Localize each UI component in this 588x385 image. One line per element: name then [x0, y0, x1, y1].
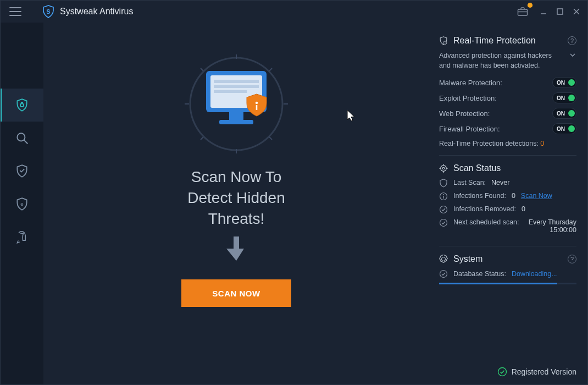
- check-circle-icon: [497, 367, 507, 377]
- section-system: System ? Database Status: Downloading...: [439, 254, 576, 292]
- next-scan-label: Next scheduled scan:: [453, 218, 519, 226]
- exploit-protection-toggle[interactable]: ON: [552, 92, 576, 103]
- scan-heading: Scan Now To Detect Hidden Threats!: [187, 167, 285, 229]
- firewall-protection-label: Firewall Protection:: [439, 125, 500, 133]
- check-circle-icon: [439, 205, 448, 214]
- hamburger-menu-button[interactable]: [1, 1, 30, 23]
- rtp-detections-label: Real-Time Protection detections:: [439, 140, 539, 147]
- maximize-button[interactable]: [552, 4, 568, 19]
- toggle-row-firewall: Firewall Protection: ON: [439, 123, 576, 134]
- status-panel: i Real-Time Protection ? Advanced protec…: [429, 23, 587, 384]
- scan-now-button[interactable]: SCAN NOW: [181, 279, 291, 307]
- rtp-help-button[interactable]: ?: [568, 36, 576, 45]
- shield-info-icon: i: [439, 36, 448, 45]
- footer-registered: Registered Version: [497, 367, 576, 377]
- window-controls: [515, 4, 584, 19]
- svg-point-18: [441, 166, 447, 172]
- registered-version-label: Registered Version: [512, 367, 576, 376]
- infections-removed-label: Infections Removed:: [453, 205, 516, 213]
- shield-small-icon: [439, 179, 448, 188]
- scan-prompt-panel: Scan Now To Detect Hidden Threats! SCAN …: [43, 23, 429, 384]
- db-status-value: Downloading...: [512, 270, 557, 278]
- last-scan-label: Last Scan:: [453, 179, 486, 186]
- toggle-row-malware: Malware Protection: ON: [439, 77, 576, 88]
- briefcase-alert-button[interactable]: [515, 4, 530, 19]
- shield-logo-icon: S: [42, 5, 54, 18]
- hamburger-icon: [9, 7, 21, 16]
- infections-removed-value: 0: [522, 205, 525, 213]
- sidebar-item-boost[interactable]: [1, 221, 43, 254]
- rtp-description: Advanced protection against hackers and …: [439, 51, 564, 70]
- toggle-row-web: Web Protection: ON: [439, 108, 576, 119]
- arrow-down-icon: [226, 235, 246, 264]
- next-scan-value: Every Thursday 15:00:00: [525, 218, 576, 234]
- infections-found-value: 0: [512, 192, 515, 200]
- web-protection-toggle[interactable]: ON: [552, 108, 576, 119]
- firewall-protection-toggle[interactable]: ON: [552, 123, 576, 134]
- scan-heading-line1: Scan Now To: [191, 168, 281, 185]
- app-title: Systweak Antivirus: [60, 7, 133, 16]
- system-title: System: [453, 254, 482, 264]
- shield-lock-icon: [15, 98, 29, 112]
- svg-point-21: [443, 194, 444, 195]
- rtp-detections-row: Real-Time Protection detections: 0: [439, 140, 576, 147]
- rocket-icon: [15, 230, 29, 244]
- section-realtime-protection: i Real-Time Protection ? Advanced protec…: [439, 36, 576, 156]
- check-circle-icon: [439, 218, 448, 227]
- svg-text:i: i: [445, 41, 445, 44]
- sidebar-item-quarantine[interactable]: [1, 155, 43, 188]
- svg-point-25: [440, 271, 447, 278]
- infections-found-label: Infections Found:: [453, 192, 506, 200]
- target-icon: [439, 164, 448, 173]
- info-circle-icon: [439, 192, 448, 201]
- chevron-down-icon[interactable]: [569, 51, 576, 62]
- section-scan-status: Scan Status Last Scan: Never Infections …: [439, 163, 576, 246]
- db-status-label: Database Status:: [453, 270, 506, 278]
- malware-protection-label: Malware Protection:: [439, 79, 502, 87]
- web-protection-label: Web Protection:: [439, 109, 490, 118]
- toggle-row-exploit: Exploit Protection: ON: [439, 92, 576, 103]
- sidebar-item-protection[interactable]: [1, 89, 43, 122]
- title-bar: S Systweak Antivirus: [1, 1, 587, 23]
- svg-point-6: [190, 58, 282, 150]
- minimize-icon: [540, 8, 547, 15]
- maximize-icon: [556, 8, 564, 15]
- shield-e-icon: e: [15, 197, 29, 211]
- app-window: S Systweak Antivirus: [0, 0, 588, 385]
- close-button[interactable]: [569, 4, 584, 19]
- svg-rect-22: [443, 196, 443, 199]
- db-download-progress: [439, 283, 576, 284]
- svg-rect-2: [557, 9, 563, 14]
- sidebar: e: [1, 23, 43, 384]
- minimize-button[interactable]: [536, 4, 551, 19]
- svg-point-19: [442, 167, 445, 169]
- system-help-button[interactable]: ?: [568, 255, 576, 263]
- hero-illustration: [170, 49, 302, 159]
- svg-point-24: [440, 219, 447, 227]
- rtp-title: Real-Time Protection: [453, 36, 536, 46]
- gear-icon: [439, 255, 448, 263]
- sidebar-item-privacy[interactable]: e: [1, 188, 43, 221]
- svg-rect-3: [20, 104, 23, 107]
- check-circle-icon: [439, 270, 448, 278]
- dial-ring-icon: [170, 49, 302, 159]
- search-icon: [15, 131, 29, 145]
- scan-heading-line2: Detect Hidden: [187, 189, 285, 206]
- shield-check-icon: [15, 164, 29, 178]
- rtp-detections-value: 0: [540, 140, 544, 147]
- main-area: Scan Now To Detect Hidden Threats! SCAN …: [43, 23, 587, 384]
- svg-rect-1: [518, 9, 528, 15]
- scan-now-link[interactable]: Scan Now: [521, 192, 552, 200]
- last-scan-value: Never: [491, 179, 509, 186]
- svg-point-23: [440, 206, 447, 213]
- app-body: e: [1, 23, 587, 384]
- scan-status-title: Scan Status: [453, 163, 501, 173]
- svg-text:S: S: [46, 8, 50, 15]
- exploit-protection-label: Exploit Protection:: [439, 94, 497, 102]
- sidebar-item-scan[interactable]: [1, 122, 43, 155]
- app-logo: S Systweak Antivirus: [42, 5, 133, 18]
- briefcase-icon: [517, 7, 528, 16]
- malware-protection-toggle[interactable]: ON: [552, 77, 576, 88]
- scan-heading-line3: Threats!: [208, 210, 265, 227]
- svg-point-26: [498, 368, 506, 376]
